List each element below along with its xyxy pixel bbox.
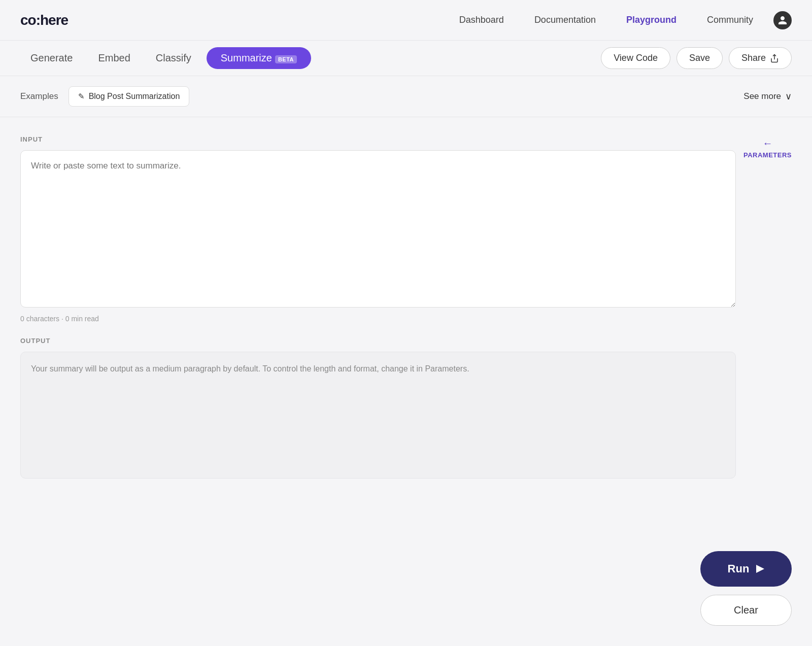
tab-summarize[interactable]: SummarizeBETA xyxy=(207,47,311,69)
nav-links: Dashboard Documentation Playground Commu… xyxy=(459,15,753,25)
input-label: INPUT xyxy=(20,135,736,143)
play-icon xyxy=(756,565,764,573)
output-label: OUTPUT xyxy=(20,337,736,345)
run-button[interactable]: Run xyxy=(700,551,792,587)
chevron-down-icon: ∨ xyxy=(785,91,792,102)
tab-classify[interactable]: Classify xyxy=(146,48,201,68)
sub-nav: Generate Embed Classify SummarizeBETA Vi… xyxy=(0,41,812,76)
input-textarea[interactable] xyxy=(20,150,736,308)
parameters-button[interactable]: ← PARAMETERS xyxy=(743,138,792,159)
see-more-button[interactable]: See more ∨ xyxy=(743,91,792,102)
view-code-button[interactable]: View Code xyxy=(601,47,670,69)
nav-link-documentation[interactable]: Documentation xyxy=(534,15,596,25)
tab-generate[interactable]: Generate xyxy=(20,48,83,68)
example-chip-blog[interactable]: ✎ Blog Post Summarization xyxy=(69,86,190,107)
beta-badge: BETA xyxy=(275,55,297,63)
logo[interactable]: co:here xyxy=(20,12,68,28)
tab-embed[interactable]: Embed xyxy=(88,48,140,68)
params-panel: ← PARAMETERS xyxy=(751,135,792,479)
examples-bar: Examples ✎ Blog Post Summarization See m… xyxy=(0,76,812,117)
nav-link-community[interactable]: Community xyxy=(707,15,753,25)
save-button[interactable]: Save xyxy=(676,47,723,69)
char-count: 0 characters · 0 min read xyxy=(20,315,736,323)
parameters-label: PARAMETERS xyxy=(743,151,792,159)
input-wrapper xyxy=(20,150,736,310)
tab-actions: View Code Save Share xyxy=(601,47,792,69)
nav-link-dashboard[interactable]: Dashboard xyxy=(459,15,504,25)
edit-icon: ✎ xyxy=(78,92,85,101)
share-button[interactable]: Share xyxy=(729,47,792,69)
arrow-left-icon: ← xyxy=(762,138,772,149)
run-clear-area: Run Clear xyxy=(700,551,792,626)
examples-label: Examples xyxy=(20,91,58,101)
output-box: Your summary will be output as a medium … xyxy=(20,352,736,479)
avatar[interactable] xyxy=(773,11,792,29)
clear-button[interactable]: Clear xyxy=(700,595,792,626)
left-panel: INPUT 0 characters · 0 min read OUTPUT Y… xyxy=(20,135,736,479)
navbar: co:here Dashboard Documentation Playgrou… xyxy=(0,0,812,41)
main-content: INPUT 0 characters · 0 min read OUTPUT Y… xyxy=(0,117,812,497)
nav-link-playground[interactable]: Playground xyxy=(626,15,676,25)
